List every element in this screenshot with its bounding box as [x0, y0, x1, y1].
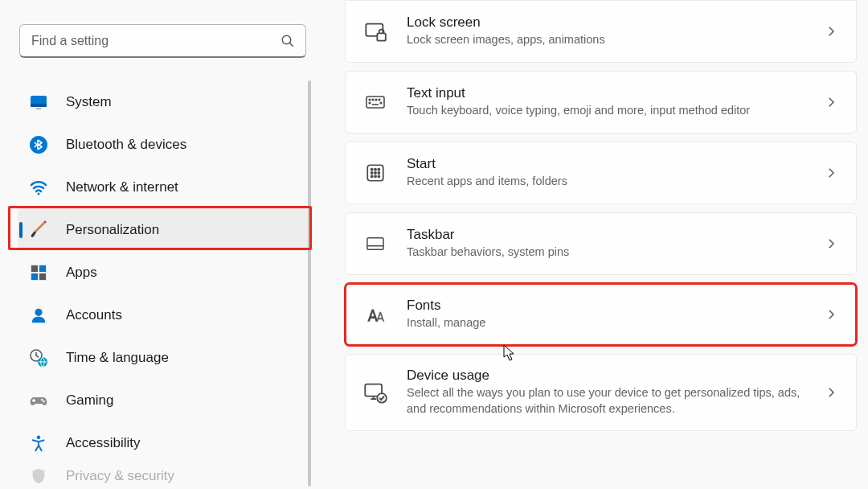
svg-rect-37: [367, 238, 383, 250]
sidebar: System Bluetooth & devices Network & int…: [0, 0, 317, 489]
sidebar-nav: System Bluetooth & devices Network & int…: [18, 80, 308, 489]
sidebar-item-label: Apps: [66, 265, 297, 281]
card-desc: Install, manage: [407, 315, 805, 331]
apps-icon: [29, 263, 48, 282]
sidebar-item-network[interactable]: Network & internet: [18, 166, 308, 208]
svg-point-11: [35, 308, 42, 315]
sidebar-item-label: Accessibility: [66, 435, 297, 451]
sidebar-item-label: Accounts: [66, 307, 297, 323]
card-text: Fonts Install, manage: [407, 298, 805, 331]
start-icon: [363, 161, 387, 185]
svg-point-31: [371, 172, 373, 174]
svg-point-34: [371, 175, 373, 177]
svg-point-6: [38, 192, 40, 195]
sidebar-item-label: Personalization: [66, 222, 297, 238]
sidebar-item-personalization[interactable]: Personalization: [18, 208, 308, 251]
monitor-icon: [29, 92, 48, 112]
svg-rect-8: [39, 265, 46, 271]
svg-point-24: [369, 102, 371, 104]
sidebar-item-gaming[interactable]: Gaming: [18, 379, 308, 421]
chevron-right-icon: [824, 307, 838, 322]
keyboard-icon: [363, 90, 387, 114]
card-desc: Taskbar behaviors, system pins: [407, 244, 805, 261]
card-text: Text input Touch keyboard, voice typing,…: [407, 85, 805, 119]
card-desc: Select all the ways you plan to use your…: [407, 385, 805, 417]
card-title: Lock screen: [407, 14, 805, 31]
lock-screen-icon: [363, 19, 387, 43]
svg-point-32: [375, 172, 376, 174]
card-desc: Lock screen images, apps, animations: [407, 32, 805, 48]
wifi-icon: [29, 178, 48, 197]
card-start[interactable]: Start Recent apps and items, folders: [345, 142, 857, 204]
card-text: Taskbar Taskbar behaviors, system pins: [407, 227, 805, 261]
device-usage-icon: [363, 380, 387, 405]
svg-point-20: [369, 99, 371, 101]
main-content: Lock screen Lock screen images, apps, an…: [317, 0, 868, 489]
svg-line-1: [290, 43, 293, 47]
svg-point-14: [41, 398, 43, 401]
svg-point-25: [380, 102, 382, 104]
svg-point-30: [378, 169, 379, 171]
svg-point-21: [372, 99, 374, 101]
card-taskbar[interactable]: Taskbar Taskbar behaviors, system pins: [345, 212, 857, 275]
card-title: Fonts: [407, 298, 805, 314]
card-text: Lock screen Lock screen images, apps, an…: [407, 14, 805, 48]
paintbrush-icon: [29, 220, 48, 240]
card-text-input[interactable]: Text input Touch keyboard, voice typing,…: [345, 71, 857, 134]
svg-point-0: [282, 35, 291, 44]
chevron-right-icon: [824, 385, 838, 400]
sidebar-item-label: System: [66, 94, 297, 110]
search-container: [19, 24, 306, 58]
chevron-right-icon: [824, 95, 838, 109]
card-text: Device usage Select all the ways you pla…: [407, 368, 805, 417]
sidebar-scrollbar[interactable]: [308, 80, 311, 487]
chevron-right-icon: [824, 166, 838, 180]
svg-point-16: [37, 435, 41, 439]
search-input[interactable]: [19, 24, 306, 58]
svg-point-35: [375, 175, 376, 177]
svg-rect-10: [39, 273, 46, 279]
svg-rect-4: [36, 108, 41, 109]
shield-icon: [29, 466, 48, 486]
bluetooth-icon: [29, 135, 48, 154]
sidebar-item-bluetooth[interactable]: Bluetooth & devices: [18, 123, 308, 166]
svg-point-15: [43, 400, 45, 402]
svg-rect-3: [31, 104, 47, 107]
sidebar-item-system[interactable]: System: [18, 80, 308, 123]
sidebar-item-label: Privacy & security: [66, 468, 297, 484]
svg-rect-7: [31, 265, 38, 271]
card-title: Taskbar: [407, 227, 805, 243]
svg-point-29: [375, 169, 376, 171]
svg-rect-18: [377, 33, 386, 40]
taskbar-icon: [363, 232, 387, 256]
sidebar-item-label: Bluetooth & devices: [66, 137, 297, 153]
fonts-icon: [363, 302, 387, 327]
card-fonts[interactable]: Fonts Install, manage: [345, 283, 857, 346]
sidebar-item-label: Time & language: [66, 350, 297, 366]
sidebar-item-accessibility[interactable]: Accessibility: [18, 421, 308, 464]
sidebar-item-time-language[interactable]: Time & language: [18, 336, 308, 379]
search-icon: [280, 34, 295, 48]
card-device-usage[interactable]: Device usage Select all the ways you pla…: [345, 354, 857, 431]
card-title: Text input: [407, 85, 805, 101]
svg-point-36: [378, 175, 379, 177]
clock-globe-icon: [29, 348, 48, 368]
svg-rect-9: [31, 273, 38, 279]
card-desc: Touch keyboard, voice typing, emoji and …: [407, 103, 805, 119]
gamepad-icon: [29, 391, 48, 410]
svg-point-28: [371, 169, 373, 171]
sidebar-item-accounts[interactable]: Accounts: [18, 294, 308, 336]
chevron-right-icon: [824, 24, 838, 39]
svg-point-23: [379, 99, 380, 101]
card-desc: Recent apps and items, folders: [407, 174, 805, 190]
sidebar-item-label: Gaming: [66, 392, 297, 409]
sidebar-item-apps[interactable]: Apps: [18, 251, 308, 294]
accessibility-icon: [29, 434, 48, 453]
sidebar-item-privacy[interactable]: Privacy & security: [18, 464, 308, 488]
card-lock-screen[interactable]: Lock screen Lock screen images, apps, an…: [345, 0, 857, 63]
card-text: Start Recent apps and items, folders: [407, 156, 805, 190]
svg-point-33: [378, 172, 379, 174]
chevron-right-icon: [824, 236, 838, 251]
card-title: Start: [407, 156, 805, 172]
card-title: Device usage: [407, 368, 805, 384]
